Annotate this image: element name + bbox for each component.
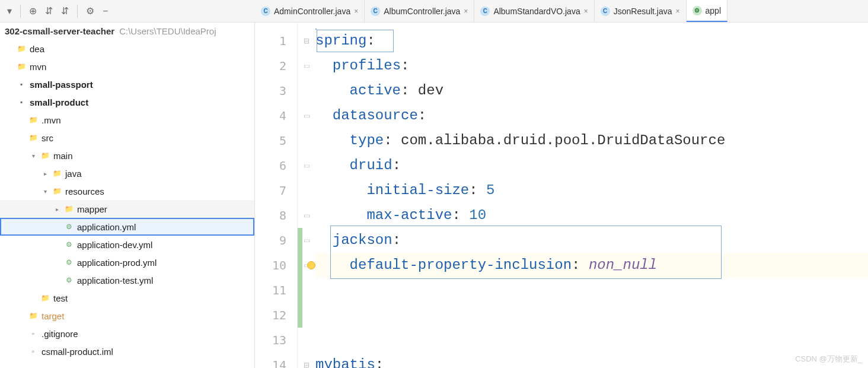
toolbar-icon[interactable]: ⚙ <box>86 5 94 17</box>
code-token: spring <box>315 33 366 49</box>
code-line[interactable]: mybatis: <box>315 353 868 368</box>
expand-arrow-icon[interactable]: ▾ <box>30 153 37 159</box>
line-number[interactable]: 3 <box>255 78 297 103</box>
fold-mark-icon[interactable]: ⊟ <box>298 353 315 368</box>
line-number[interactable]: 2 <box>255 53 297 78</box>
folder-icon: 📁 <box>17 62 26 71</box>
toolbar-icon[interactable]: ⇵ <box>45 5 53 17</box>
line-number[interactable]: 9 <box>255 228 297 253</box>
tree-row[interactable]: ⚙application-test.yml <box>0 271 254 289</box>
code-line[interactable]: druid: <box>315 153 868 178</box>
tree-row[interactable]: ▾📁main <box>0 147 254 164</box>
tree-row[interactable]: ▫.gitignore <box>0 325 254 342</box>
tree-row[interactable]: 📁test <box>0 289 254 307</box>
tree-row[interactable]: ⚙application-prod.yml <box>0 253 254 271</box>
toolbar-icon[interactable]: ⇵ <box>61 5 69 17</box>
line-number[interactable]: 5 <box>255 128 297 153</box>
code-token: : <box>375 357 384 368</box>
fold-mark-icon[interactable]: ▭ <box>298 203 315 228</box>
fold-mark-icon[interactable]: ⊟ <box>298 28 315 53</box>
line-number[interactable]: 11 <box>255 278 297 303</box>
code-line[interactable]: jackson: <box>315 228 868 253</box>
toolbar-icon[interactable]: ⊕ <box>29 5 37 17</box>
fold-mark-icon[interactable]: ▭ <box>298 53 315 78</box>
tree-row[interactable]: 📁src <box>0 129 254 147</box>
tab-label: appl <box>706 6 721 15</box>
editor-tab[interactable]: CAlbumStandardVO.java× <box>474 0 594 22</box>
tree-label: mvn <box>30 62 46 72</box>
tree-row[interactable]: 📁mvn <box>0 58 254 75</box>
code-editor[interactable]: 1234567891011121314 ⊟▭▭▭▭▭▭⊟ spring: pro… <box>255 23 868 368</box>
file-type-icon: C <box>261 7 270 16</box>
code-line[interactable] <box>315 328 868 353</box>
expand-arrow-icon[interactable]: ▸ <box>53 206 60 212</box>
code-token: dev <box>418 83 443 99</box>
close-icon[interactable]: × <box>584 7 588 15</box>
code-token: : <box>384 132 401 148</box>
fold-gutter: ⊟▭▭▭▭▭▭⊟ <box>298 23 315 368</box>
tree-row[interactable]: ⚙application.yml <box>0 218 254 236</box>
line-number[interactable]: 14 <box>255 353 297 368</box>
line-number[interactable]: 4 <box>255 103 297 128</box>
tree-row[interactable]: 📁.mvn <box>0 111 254 129</box>
code-line[interactable]: spring: <box>315 28 868 53</box>
code-token: : <box>392 232 401 248</box>
editor-tab[interactable]: ⚙appl <box>687 0 727 22</box>
tab-label: JsonResult.java <box>614 7 672 16</box>
close-icon[interactable]: × <box>676 7 680 15</box>
fold-mark-icon[interactable]: ▭ <box>298 103 315 128</box>
line-number[interactable]: 10 <box>255 253 297 278</box>
tree-label: csmall-product.iml <box>42 347 113 357</box>
code-token: type <box>350 132 384 148</box>
code-line[interactable] <box>315 303 868 328</box>
line-number[interactable]: 6 <box>255 153 297 178</box>
tree-label: mapper <box>77 204 107 214</box>
tree-row[interactable]: ⚙application-dev.yml <box>0 236 254 253</box>
code-line[interactable] <box>315 278 868 303</box>
code-line[interactable]: type: com.alibaba.druid.pool.DruidDataSo… <box>315 128 868 153</box>
code-line[interactable]: max-active: 10 <box>315 203 868 228</box>
close-icon[interactable]: × <box>354 7 358 15</box>
tree-row[interactable]: ▪small-passport <box>0 75 254 93</box>
close-icon[interactable]: × <box>464 7 468 15</box>
tree-row[interactable]: 📁dea <box>0 40 254 58</box>
tree-row[interactable]: ▾📁resources <box>0 182 254 200</box>
code-area[interactable]: spring: profiles: active: dev datasource… <box>315 23 868 368</box>
line-number[interactable]: 12 <box>255 303 297 328</box>
module-icon: ▪ <box>17 80 26 89</box>
code-line[interactable]: profiles: <box>315 53 868 78</box>
tree-row[interactable]: ▪small-product <box>0 93 254 111</box>
tree-row[interactable]: ▸📁mapper <box>0 200 254 218</box>
toolbar-icon[interactable]: ▾ <box>7 5 12 17</box>
lightbulb-icon[interactable] <box>307 261 315 269</box>
editor-tab[interactable]: CJsonResult.java× <box>595 0 687 22</box>
project-tree: 📁dea📁mvn▪small-passport▪small-product📁.m… <box>0 40 254 360</box>
toolbar-icon[interactable]: − <box>103 6 108 17</box>
project-header[interactable]: 302-csmall-server-teacher C:\Users\TEDU\… <box>0 23 254 40</box>
code-token: druid <box>350 157 392 173</box>
tree-label: resources <box>65 186 104 196</box>
expand-arrow-icon[interactable]: ▾ <box>42 188 49 195</box>
folder-icon: 📁 <box>28 133 38 142</box>
code-line[interactable]: active: dev <box>315 78 868 103</box>
code-line[interactable]: initial-size: 5 <box>315 178 868 203</box>
code-token: : <box>401 58 409 74</box>
code-line[interactable]: datasource: <box>315 103 868 128</box>
fold-mark-icon[interactable]: ▭ <box>298 153 315 178</box>
yml-icon: ⚙ <box>64 222 74 231</box>
line-number[interactable]: 8 <box>255 203 297 228</box>
tree-row[interactable]: ▸📁java <box>0 164 254 182</box>
code-token: initial-size <box>366 182 469 198</box>
line-number[interactable]: 1 <box>255 28 297 53</box>
tree-row[interactable]: ▫csmall-product.iml <box>0 342 254 360</box>
code-line[interactable]: default-property-inclusion: non_null <box>315 253 868 278</box>
tree-row[interactable]: 📁target <box>0 307 254 325</box>
editor-tab[interactable]: CAdminController.java× <box>255 0 365 22</box>
folder-icon: 📁 <box>40 293 50 303</box>
line-number[interactable]: 7 <box>255 178 297 203</box>
fold-mark-icon <box>298 178 315 203</box>
line-numbers-gutter: 1234567891011121314 <box>255 23 298 368</box>
expand-arrow-icon[interactable]: ▸ <box>42 170 49 177</box>
editor-tab[interactable]: CAlbumController.java× <box>365 0 474 22</box>
line-number[interactable]: 13 <box>255 328 297 353</box>
